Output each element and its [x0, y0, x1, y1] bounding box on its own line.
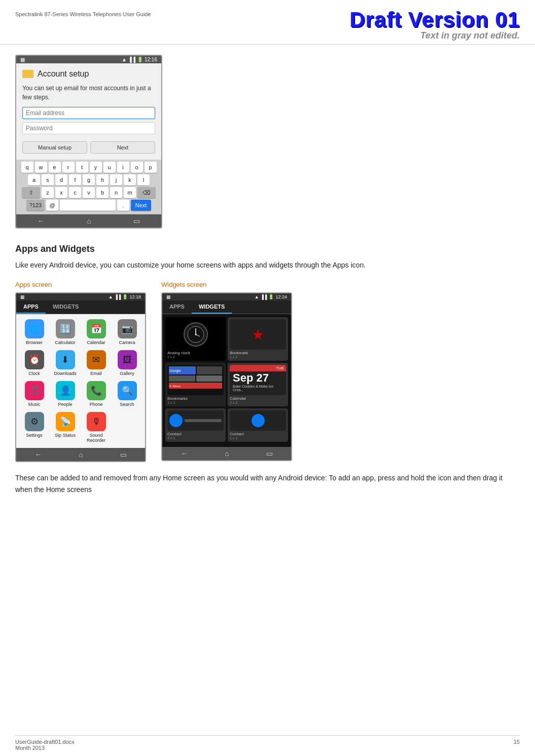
- app-item-browser[interactable]: 🌐 Browser: [19, 317, 49, 347]
- widgets-tab-bar: APPS WIDGETS: [162, 300, 291, 314]
- app-item-camera[interactable]: 📷 Camera: [112, 317, 142, 347]
- app-item-phone[interactable]: 📞 Phone: [81, 379, 111, 409]
- account-setup-desc: You can set up email for most accounts i…: [22, 84, 155, 102]
- key-m[interactable]: m: [124, 187, 136, 198]
- key-h[interactable]: h: [96, 174, 109, 185]
- key-r[interactable]: r: [62, 162, 75, 173]
- apps-nav-recent[interactable]: ▭: [120, 450, 127, 459]
- key-x[interactable]: x: [55, 187, 67, 198]
- key-l[interactable]: l: [137, 174, 150, 185]
- widgets-status-battery: 🔋: [268, 294, 274, 299]
- email-address-input[interactable]: [22, 107, 155, 119]
- key-y[interactable]: y: [90, 162, 102, 173]
- key-p[interactable]: p: [145, 162, 157, 173]
- key-space[interactable]: [60, 200, 116, 211]
- widgets-nav-home[interactable]: ⌂: [225, 449, 229, 458]
- key-q[interactable]: q: [21, 162, 33, 173]
- key-b[interactable]: b: [96, 187, 109, 198]
- app-item-music[interactable]: 🎵 Music: [19, 379, 49, 409]
- manual-setup-button[interactable]: Manual setup: [22, 141, 87, 154]
- key-a[interactable]: a: [28, 174, 40, 185]
- svg-point-3: [195, 334, 196, 335]
- signal-icon: ▐▐: [128, 57, 135, 62]
- widget-bookmarks: Google ✕ News Bookmarks: [165, 363, 226, 406]
- app-item-sip-status[interactable]: 📡 Sip Status: [50, 410, 80, 445]
- key-numbers[interactable]: ?123: [26, 200, 45, 211]
- widget-analog-clock: Analog clock 2 x 2: [165, 317, 226, 361]
- key-c[interactable]: c: [69, 187, 81, 198]
- key-e[interactable]: e: [49, 162, 61, 173]
- apps-nav-home[interactable]: ⌂: [79, 450, 83, 459]
- password-input[interactable]: [22, 122, 155, 134]
- app-item-downloads[interactable]: ⬇ Downloads: [50, 348, 80, 378]
- apps-widgets-desc: Like every Android device, you can custo…: [15, 259, 520, 271]
- key-g[interactable]: g: [83, 174, 95, 185]
- widgets-status-time: 12:24: [275, 294, 287, 299]
- key-d[interactable]: d: [55, 174, 67, 185]
- tab-widgets[interactable]: WIDGETS: [46, 300, 86, 314]
- key-u[interactable]: u: [103, 162, 116, 173]
- tab-apps[interactable]: APPS: [16, 300, 46, 314]
- key-shift[interactable]: ⇧: [22, 187, 40, 198]
- widget-bookmarks-size: 3 x 2: [167, 401, 224, 404]
- apps-grid: 🌐 Browser 🔢 Calculator 📅 Calendar 📷 Came…: [16, 314, 145, 448]
- clock-face: [184, 322, 208, 347]
- key-j[interactable]: j: [110, 174, 122, 185]
- app-label-downloads: Downloads: [54, 371, 77, 376]
- key-s[interactable]: s: [42, 174, 54, 185]
- draft-subtitle: Text in gray not edited.: [349, 30, 520, 41]
- widgets-tab-apps[interactable]: APPS: [162, 300, 192, 314]
- widgets-tab-widgets[interactable]: WIDGETS: [192, 300, 232, 314]
- apps-status-battery: 🔋: [122, 294, 128, 299]
- widget-bookmark: ★ Bookmark 1 x 1: [228, 317, 288, 361]
- bookmark-star-icon: ★: [252, 326, 264, 343]
- app-item-search[interactable]: 🔍 Search: [112, 379, 142, 409]
- app-item-calculator[interactable]: 🔢 Calculator: [50, 317, 80, 347]
- widgets-nav-recent[interactable]: ▭: [266, 449, 273, 458]
- key-backspace[interactable]: ⌫: [137, 187, 156, 198]
- screens-row: Apps screen ▦ ▲ ▐▐ 🔋 12:18 APPS WIDGETS: [15, 281, 520, 462]
- apps-nav-back[interactable]: ←: [34, 450, 42, 459]
- app-label-calculator: Calculator: [55, 340, 76, 345]
- key-f[interactable]: f: [69, 174, 81, 185]
- app-item-sound-recorder[interactable]: 🎙 Sound Recorder: [81, 410, 111, 445]
- widgets-screen-mockup: ▦ ▲ ▐▐ 🔋 12:24 APPS WIDGETS: [161, 292, 292, 461]
- key-z[interactable]: z: [42, 187, 54, 198]
- key-next[interactable]: Next: [131, 200, 151, 211]
- key-i[interactable]: i: [117, 162, 129, 173]
- nav-recent-icon[interactable]: ▭: [133, 217, 140, 225]
- app-icon-browser: 🌐: [25, 319, 44, 338]
- app-item-gallery[interactable]: 🖼 Gallery: [112, 348, 142, 378]
- key-t[interactable]: t: [76, 162, 88, 173]
- widgets-nav-back[interactable]: ←: [181, 449, 188, 458]
- apps-nav-bar: ← ⌂ ▭: [16, 448, 145, 461]
- page-content: ▦ ▲ ▐▐ 🔋 12:16 Account setup You can set…: [0, 45, 535, 515]
- nav-back-icon[interactable]: ←: [38, 217, 45, 225]
- app-item-calendar[interactable]: 📅 Calendar: [81, 317, 111, 347]
- nav-home-icon[interactable]: ⌂: [87, 217, 91, 225]
- key-k[interactable]: k: [124, 174, 136, 185]
- key-v[interactable]: v: [83, 187, 95, 198]
- key-period[interactable]: .: [117, 200, 129, 211]
- apps-screen-col: Apps screen ▦ ▲ ▐▐ 🔋 12:18 APPS WIDGETS: [15, 281, 146, 462]
- widgets-nav-bar: ← ⌂ ▭: [162, 447, 291, 460]
- app-icon-calculator: 🔢: [56, 319, 75, 338]
- app-item-email[interactable]: ✉ Email: [81, 348, 111, 378]
- doc-title: Spectralink 87-Series Wireless Telephone…: [15, 9, 151, 17]
- app-item-settings[interactable]: ⚙ Settings: [19, 410, 49, 445]
- key-at[interactable]: @: [46, 200, 58, 211]
- next-button[interactable]: Next: [90, 141, 155, 154]
- widget-contact-4x1-display: 👤: [167, 410, 224, 431]
- cal-body: Sep 27 Bake Cookies & Make Ice Crea...: [230, 371, 286, 393]
- app-item-clock[interactable]: ⏰ Clock: [19, 348, 49, 378]
- app-label-sip-status: Sip Status: [55, 433, 76, 438]
- key-o[interactable]: o: [131, 162, 143, 173]
- app-item-people[interactable]: 👤 People: [50, 379, 80, 409]
- widget-contact-1x1-size: 1 x 1: [230, 436, 286, 440]
- apps-tab-bar: APPS WIDGETS: [16, 300, 145, 314]
- doc-month: Month 2013: [15, 745, 75, 751]
- key-w[interactable]: w: [35, 162, 47, 173]
- app-icon-sound-recorder: 🎙: [87, 412, 106, 431]
- app-label-search: Search: [120, 402, 134, 407]
- key-n[interactable]: n: [110, 187, 122, 198]
